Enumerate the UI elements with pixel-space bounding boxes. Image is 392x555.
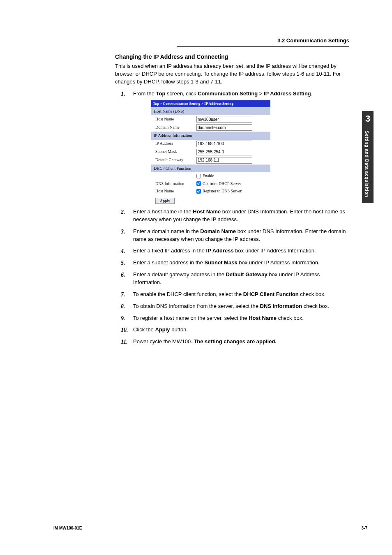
section-ip-info: IP Address Information [151, 132, 270, 140]
step-text: Click the Apply button. [133, 326, 188, 333]
footer-left: IM MW100-01E [53, 526, 82, 530]
row-default-gateway: Default Gateway [151, 156, 270, 164]
row-dhcp-enable: Enable [151, 172, 270, 180]
section-host-dns: Host Name (DNS) [151, 107, 270, 116]
step-number: 5. [121, 259, 125, 267]
chapter-number: 3 [362, 111, 374, 128]
step-number: 2. [121, 208, 125, 216]
dns-info-label: DNS Information [155, 181, 196, 187]
row-subnet-mask: Subnet Mask [151, 148, 270, 156]
step-text: Power cycle the MW100. The setting chang… [133, 338, 277, 345]
step-number: 6. [121, 271, 125, 279]
step-text: Enter a default gateway address in the D… [133, 271, 320, 285]
dhcp-enable-label: Enable [203, 173, 214, 179]
apply-button[interactable]: Apply [155, 198, 175, 204]
embedded-screenshot: Top > Communication Setting > IP Address… [151, 100, 270, 204]
step-number: 9. [121, 314, 125, 323]
step-10: 10. Click the Apply button. [115, 326, 349, 334]
footer-right: 3-7 [362, 526, 367, 530]
step-number: 4. [121, 247, 125, 255]
host-name-label: Host Name [155, 116, 196, 123]
step-number: 11. [121, 338, 128, 346]
step-text: Enter a host name in the Host Name box u… [133, 208, 345, 222]
row-ip-address: IP Address [151, 140, 270, 148]
page-footer: IM MW100-01E 3-7 [53, 524, 367, 530]
dns-info-chk-label: Get from DHCP Server [203, 181, 241, 187]
host-name-2-checkbox[interactable] [196, 189, 201, 194]
step-text: Enter a subnet address in the Subnet Mas… [133, 259, 320, 266]
host-name-2-label: Host Name [155, 188, 196, 194]
step-text: To enable the DHCP client function, sele… [133, 291, 325, 297]
step-text: Enter a fixed IP address in the IP Addre… [133, 247, 316, 254]
domain-name-label: Domain Name [155, 125, 196, 131]
host-name-2-chk-label: Register to DNS Server [203, 188, 242, 194]
row-host-name: Host Name [151, 115, 270, 123]
step-7: 7. To enable the DHCP client function, s… [115, 291, 349, 298]
section-dhcp: DHCP Client Function [151, 164, 270, 173]
step-text: From the Top screen, click Communication… [133, 90, 312, 97]
chapter-tab: 3 Setting and Data acquisition [362, 111, 374, 203]
chapter-label: Setting and Data acquisition [362, 128, 372, 203]
ip-address-label: IP Address [155, 141, 196, 147]
step-9: 9. To register a host name on the server… [115, 314, 349, 322]
step-number: 10. [121, 326, 128, 334]
step-11: 11. Power cycle the MW100. The setting c… [115, 338, 349, 346]
step-number: 1. [121, 90, 125, 98]
step-5: 5. Enter a subnet address in the Subnet … [115, 259, 349, 267]
step-number: 8. [121, 303, 125, 311]
step-6: 6. Enter a default gateway address in th… [115, 271, 349, 287]
step-text: Enter a domain name in the Domain Name b… [133, 228, 346, 242]
step-3: 3. Enter a domain name in the Domain Nam… [115, 228, 349, 243]
row-dns-info: DNS Information Get from DHCP Server [151, 180, 270, 188]
step-number: 7. [121, 291, 125, 299]
step-4: 4. Enter a fixed IP address in the IP Ad… [115, 247, 349, 255]
step-number: 3. [121, 228, 125, 236]
dns-info-checkbox[interactable] [196, 181, 201, 186]
step-text: To register a host name on the server, s… [133, 315, 304, 321]
ip-address-input[interactable] [196, 141, 252, 147]
row-domain-name: Domain Name [151, 123, 270, 132]
step-1: 1. From the Top screen, click Communicat… [115, 90, 349, 204]
section-header: 3.2 Communication Settings [177, 37, 349, 47]
domain-name-input[interactable] [196, 124, 252, 131]
default-gateway-label: Default Gateway [155, 157, 196, 163]
subnet-mask-label: Subnet Mask [155, 149, 196, 155]
step-2: 2. Enter a host name in the Host Name bo… [115, 208, 349, 224]
subheading: Changing the IP Address and Connecting [115, 53, 349, 61]
row-host-name-2: Host Name Register to DNS Server [151, 187, 270, 195]
step-text: To obtain DNS information from the serve… [133, 303, 329, 309]
intro-paragraph: This is used when an IP address has alre… [115, 62, 349, 86]
subnet-mask-input[interactable] [196, 149, 252, 155]
default-gateway-input[interactable] [196, 157, 252, 164]
host-name-input[interactable] [196, 116, 252, 123]
dhcp-enable-checkbox[interactable] [196, 174, 201, 178]
step-8: 8. To obtain DNS information from the se… [115, 303, 349, 310]
breadcrumb: Top > Communication Setting > IP Address… [151, 100, 270, 107]
